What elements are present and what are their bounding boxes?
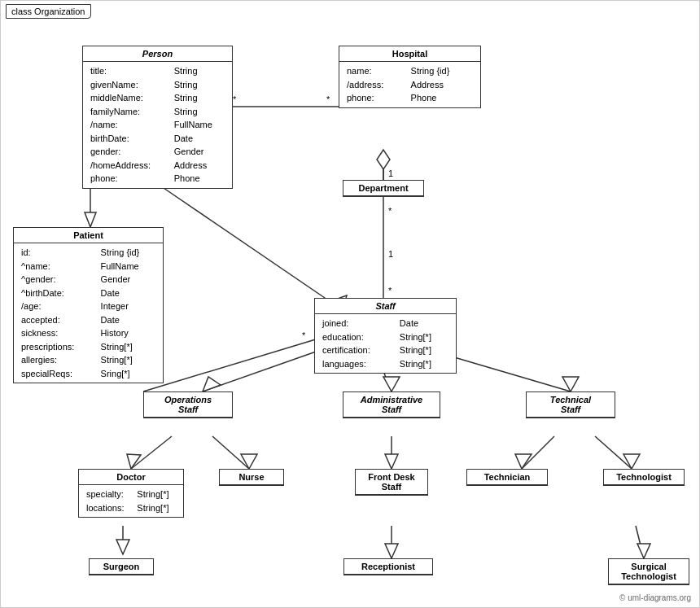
svg-marker-23 [127,454,141,469]
svg-marker-35 [385,544,398,558]
class-hospital: Hospital name:String {id} /address:Addre… [339,46,481,108]
svg-marker-17 [203,377,221,391]
class-staff-title: Staff [315,299,456,314]
class-technician-title: Technician [467,470,547,485]
class-patient-title: Patient [14,228,163,243]
class-doctor-title: Doctor [79,470,183,485]
class-receptionist: Receptionist [343,558,433,575]
svg-line-28 [522,436,554,469]
class-receptionist-title: Receptionist [344,559,432,575]
class-staff: Staff joined:Date education:String[*] ce… [314,298,457,374]
svg-line-30 [595,436,632,469]
class-technical-staff-title: Technical Staff [527,392,615,418]
svg-line-14 [164,188,343,310]
svg-marker-4 [377,150,390,169]
class-surgeon-title: Surgeon [90,559,153,575]
class-person-title: Person [83,46,232,62]
svg-text:1: 1 [388,168,393,178]
class-surgical-technologist-title: Surgical Technologist [609,559,689,584]
class-doctor: Doctor specialty:String[*] locations:Str… [78,469,184,518]
class-doctor-attrs: specialty:String[*] locations:String[*] [79,485,183,517]
svg-text:*: * [233,94,237,104]
svg-line-22 [131,436,172,469]
class-technical-staff: Technical Staff [526,391,615,418]
class-technologist: Technologist [603,469,685,486]
class-staff-attrs: joined:Date education:String[*] certific… [315,314,456,373]
class-hospital-title: Hospital [339,46,480,62]
svg-text:*: * [388,206,392,216]
svg-line-24 [212,436,249,469]
class-department: Department [343,180,424,197]
class-technician: Technician [466,469,548,486]
class-front-desk-staff-title: Front Desk Staff [356,470,427,495]
svg-line-16 [203,351,318,391]
class-front-desk-staff: Front Desk Staff [355,469,428,496]
svg-line-36 [636,526,644,558]
svg-line-38 [143,339,318,391]
class-department-title: Department [343,181,423,196]
svg-text:*: * [326,94,330,104]
class-surgeon: Surgeon [89,558,154,575]
class-technologist-title: Technologist [604,470,684,485]
svg-marker-33 [116,540,129,554]
svg-marker-29 [515,454,532,469]
class-nurse-title: Nurse [220,470,283,485]
svg-marker-37 [637,544,650,558]
svg-marker-31 [623,454,640,469]
svg-text:*: * [388,286,392,295]
class-hospital-attrs: name:String {id} /address:Address phone:… [339,62,480,107]
diagram-title: class Organization [6,4,91,19]
svg-text:1: 1 [388,249,393,259]
class-person-attrs: title:String givenName:String middleName… [83,62,232,188]
class-operations-staff: Operations Staff [143,391,233,418]
class-administrative-staff: Administrative Staff [343,391,440,418]
class-administrative-staff-title: Administrative Staff [343,392,440,418]
copyright: © uml-diagrams.org [619,593,691,602]
svg-marker-19 [383,377,400,391]
class-patient-attrs: id:String {id} ^name:FullName ^gender:Ge… [14,243,163,383]
svg-marker-25 [241,454,257,469]
svg-marker-13 [85,212,96,227]
class-person: Person title:String givenName:String mid… [82,46,233,189]
class-patient: Patient id:String {id} ^name:FullName ^g… [13,227,164,383]
class-surgical-technologist: Surgical Technologist [608,558,689,585]
svg-marker-21 [562,377,579,391]
diagram-container: class Organization * * 1 * 1 * [0,0,700,608]
svg-text:*: * [302,330,306,340]
class-operations-staff-title: Operations Staff [144,392,232,418]
svg-marker-27 [385,454,398,469]
class-nurse: Nurse [219,469,284,486]
